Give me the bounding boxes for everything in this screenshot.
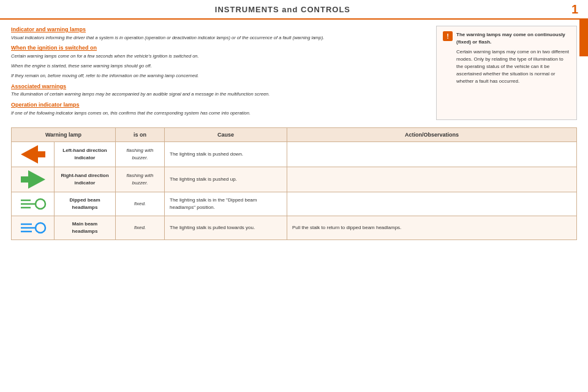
lamp-icon-cell bbox=[12, 216, 55, 239]
ison-cell: flashing with buzzer. bbox=[116, 167, 165, 192]
cause-cell: The lighting stalk is in the "Dipped bea… bbox=[165, 192, 287, 216]
lamp-name-cell: Right-hand direction indicator bbox=[55, 167, 116, 192]
section4-title: Operation indicator lamps bbox=[11, 101, 426, 109]
warning-line2: Certain warning lamps may come on in two… bbox=[456, 48, 570, 85]
main-beam-svg bbox=[20, 219, 47, 236]
right-arrow-svg bbox=[21, 170, 45, 189]
warning-lamps-table: Warning lamp is on Cause Action/Observat… bbox=[11, 127, 577, 240]
lamp-name-cell: Main beam headlamps bbox=[55, 216, 116, 239]
table-row: Dipped beam headlamps fixed. The lightin… bbox=[12, 192, 577, 216]
section2-body2: When the engine is started, these same w… bbox=[11, 63, 426, 70]
ison-cell: fixed. bbox=[116, 216, 165, 239]
section2-body1: Certain warning lamps come on for a few … bbox=[11, 53, 426, 60]
chapter-number: 1 bbox=[571, 2, 578, 17]
svg-point-5 bbox=[36, 199, 45, 209]
arrow-right-icon bbox=[17, 170, 49, 189]
warning-text: The warning lamps may come on continuous… bbox=[456, 31, 570, 85]
action-cell bbox=[287, 192, 577, 216]
lamp-name-cell: Dipped beam headlamps bbox=[55, 192, 116, 216]
svg-marker-0 bbox=[21, 145, 45, 164]
action-cell bbox=[287, 141, 577, 167]
cause-cell: The lighting stalk is pulled towards you… bbox=[165, 216, 287, 239]
svg-marker-1 bbox=[21, 170, 45, 189]
table-section: Warning lamp is on Cause Action/Observat… bbox=[11, 127, 577, 387]
section3-title: Associated warnings bbox=[11, 83, 426, 91]
table-row: Left-hand direction indicator flashing w… bbox=[12, 141, 577, 167]
col-header-action: Action/Observations bbox=[287, 127, 577, 141]
section2-title: When the ignition is switched on bbox=[11, 44, 426, 52]
main-content: Indicator and warning lamps Visual indic… bbox=[0, 20, 588, 392]
section2-body3: If they remain on, before moving off, re… bbox=[11, 73, 426, 80]
svg-point-10 bbox=[36, 223, 45, 233]
lamp-icon-cell bbox=[12, 141, 55, 167]
action-cell: Pull the stalk to return to dipped beam … bbox=[287, 216, 577, 239]
cause-cell: The lighting stalk is pushed down. bbox=[165, 141, 287, 167]
section1-body: Visual indicators informing the driver t… bbox=[11, 35, 426, 42]
ison-cell: flashing with buzzer. bbox=[116, 141, 165, 167]
col-header-cause: Cause bbox=[165, 127, 287, 141]
left-text-panel: Indicator and warning lamps Visual indic… bbox=[11, 26, 426, 120]
warning-icon: ! bbox=[443, 31, 453, 41]
ison-cell: fixed. bbox=[116, 192, 165, 216]
arrow-left-icon bbox=[17, 145, 49, 164]
cause-cell: The lighting stalk is pushed up. bbox=[165, 167, 287, 192]
header-bar: INSTRUMENTS and CONTROLS 1 bbox=[0, 0, 588, 20]
col-header-lamp: Warning lamp bbox=[12, 127, 116, 141]
section1-title: Indicator and warning lamps bbox=[11, 26, 426, 34]
lamp-icon-cell bbox=[12, 167, 55, 192]
dipped-beam-svg bbox=[20, 195, 47, 213]
main-beam-icon bbox=[17, 219, 49, 236]
table-row: Main beam headlamps fixed. The lighting … bbox=[12, 216, 577, 239]
action-cell bbox=[287, 167, 577, 192]
warning-box: ! The warning lamps may come on continuo… bbox=[436, 26, 577, 120]
section3-body: The illumination of certain warning lamp… bbox=[11, 91, 426, 98]
lamp-icon-cell bbox=[12, 192, 55, 216]
left-arrow-svg bbox=[21, 145, 45, 164]
top-section: Indicator and warning lamps Visual indic… bbox=[11, 26, 577, 120]
warning-line1: The warning lamps may come on continuous… bbox=[456, 31, 570, 46]
lamp-name-cell: Left-hand direction indicator bbox=[55, 141, 116, 167]
table-header-row: Warning lamp is on Cause Action/Observat… bbox=[12, 127, 577, 141]
section4-body: If one of the following indicator lamps … bbox=[11, 110, 426, 117]
dipped-beam-icon bbox=[17, 195, 49, 213]
page-title: INSTRUMENTS and CONTROLS bbox=[0, 5, 565, 14]
col-header-ison: is on bbox=[116, 127, 165, 141]
table-row: Right-hand direction indicator flashing … bbox=[12, 167, 577, 192]
